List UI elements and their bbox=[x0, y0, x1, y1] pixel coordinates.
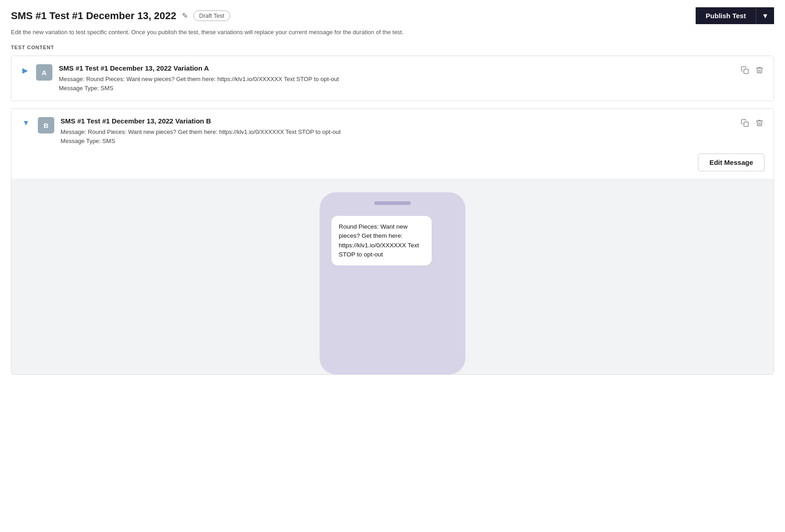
variation-a-actions bbox=[740, 64, 764, 77]
svg-rect-1 bbox=[744, 122, 749, 127]
variation-a-avatar: A bbox=[36, 64, 52, 81]
phone-notch bbox=[374, 201, 411, 205]
variation-b-avatar: B bbox=[38, 117, 54, 133]
variation-a-name: SMS #1 Test #1 December 13, 2022 Variati… bbox=[59, 64, 733, 72]
variation-b-expand-button[interactable]: ▼ bbox=[21, 118, 31, 128]
variation-a-info: SMS #1 Test #1 December 13, 2022 Variati… bbox=[59, 64, 733, 92]
subtitle-text: Edit the new variation to test specific … bbox=[11, 29, 774, 36]
sms-preview-bubble: Round Pieces: Want new pieces? Get them … bbox=[331, 216, 432, 266]
variation-b-message-line1: Message: Round Pieces: Want new pieces? … bbox=[61, 128, 733, 137]
section-label: TEST CONTENT bbox=[11, 45, 774, 50]
draft-badge: Draft Test bbox=[193, 10, 230, 21]
variation-b-header: ▼ B SMS #1 Test #1 December 13, 2022 Var… bbox=[11, 109, 774, 153]
phone-preview-area: Round Pieces: Want new pieces? Get them … bbox=[11, 179, 774, 374]
header-left: SMS #1 Test #1 December 13, 2022 ✎ Draft… bbox=[11, 10, 230, 22]
edit-message-bar: Edit Message bbox=[11, 153, 774, 179]
variation-a-message-line2: Message Type: SMS bbox=[59, 84, 733, 93]
variation-card-b: ▼ B SMS #1 Test #1 December 13, 2022 Var… bbox=[11, 108, 774, 375]
variation-a-delete-button[interactable] bbox=[754, 65, 764, 77]
edit-message-button[interactable]: Edit Message bbox=[698, 153, 764, 171]
variation-b-message-line2: Message Type: SMS bbox=[61, 137, 733, 146]
svg-rect-0 bbox=[744, 69, 749, 74]
variation-b-copy-button[interactable] bbox=[740, 118, 750, 130]
page-title: SMS #1 Test #1 December 13, 2022 bbox=[11, 10, 176, 22]
variation-b-delete-button[interactable] bbox=[754, 118, 764, 130]
edit-pencil-icon[interactable]: ✎ bbox=[182, 11, 188, 20]
chevron-down-icon: ▼ bbox=[762, 12, 769, 20]
phone-mockup: Round Pieces: Want new pieces? Get them … bbox=[320, 192, 465, 374]
variation-b-actions bbox=[740, 117, 764, 130]
publish-test-button[interactable]: Publish Test bbox=[696, 7, 756, 24]
variation-a-header: ▶ A SMS #1 Test #1 December 13, 2022 Var… bbox=[11, 56, 774, 101]
variation-a-message-line1: Message: Round Pieces: Want new pieces? … bbox=[59, 75, 733, 84]
variation-b-info: SMS #1 Test #1 December 13, 2022 Variati… bbox=[61, 117, 733, 145]
publish-dropdown-button[interactable]: ▼ bbox=[756, 7, 774, 24]
variation-a-copy-button[interactable] bbox=[740, 65, 750, 77]
header-actions: Publish Test ▼ bbox=[696, 7, 774, 24]
page-wrapper: SMS #1 Test #1 December 13, 2022 ✎ Draft… bbox=[0, 0, 785, 532]
variation-a-expand-button[interactable]: ▶ bbox=[21, 65, 30, 76]
header: SMS #1 Test #1 December 13, 2022 ✎ Draft… bbox=[11, 7, 774, 24]
variation-b-name: SMS #1 Test #1 December 13, 2022 Variati… bbox=[61, 117, 733, 125]
variation-card-a: ▶ A SMS #1 Test #1 December 13, 2022 Var… bbox=[11, 56, 774, 101]
